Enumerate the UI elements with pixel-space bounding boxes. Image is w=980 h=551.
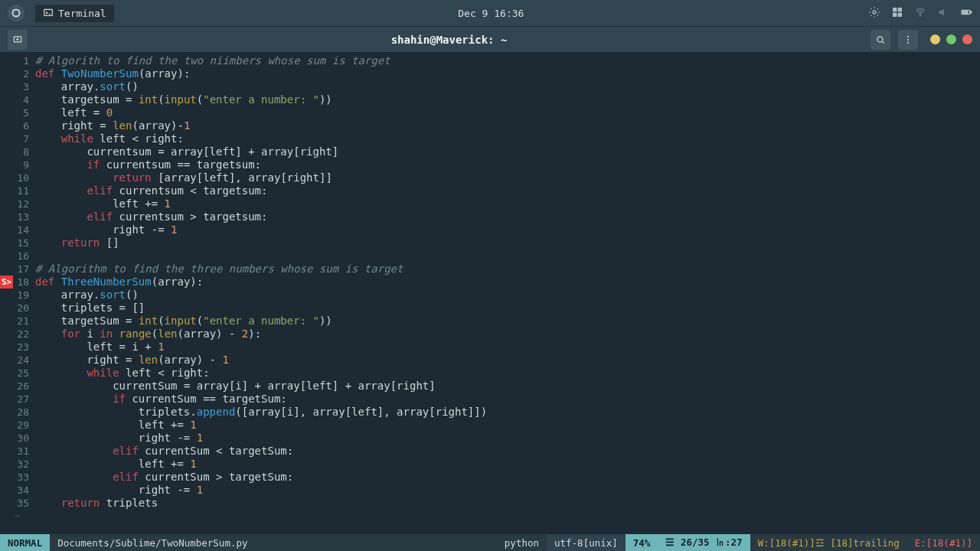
code-line[interactable]: 13 elif currentsum > targetsum: — [0, 210, 980, 223]
code-line[interactable]: 9 if currentsum == targetsum: — [0, 158, 980, 171]
clock[interactable]: Dec 9 16:36 — [122, 8, 861, 19]
code-line[interactable]: 2def TwoNumberSum(array): — [0, 67, 980, 80]
code-content[interactable]: if currentsum == targetsum: — [35, 158, 980, 171]
volume-tray-icon[interactable] — [937, 6, 949, 21]
code-line[interactable]: 31 elif currentSum < targetSum: — [0, 445, 980, 458]
code-line[interactable]: 28 triplets.append([array[i], array[left… — [0, 406, 980, 419]
code-line[interactable]: 33 elif currentSum > targetSum: — [0, 471, 980, 484]
code-line[interactable]: 7 while left < right: — [0, 132, 980, 145]
line-number: 26 — [14, 380, 35, 393]
editor-area[interactable]: 1# Algorith to find the two niimbers who… — [0, 52, 980, 534]
search-button[interactable] — [871, 30, 890, 50]
running-app-terminal[interactable]: Terminal — [35, 5, 114, 22]
workspace-tray-icon[interactable] — [891, 6, 903, 21]
activities-button[interactable] — [8, 5, 24, 21]
code-content[interactable]: elif currentSum < targetSum: — [35, 445, 980, 458]
code-content[interactable]: array.sort() — [35, 289, 980, 302]
new-tab-button[interactable] — [8, 30, 28, 50]
line-number: 7 — [14, 132, 35, 145]
code-content[interactable]: right -= 1 — [35, 223, 980, 236]
code-line[interactable]: 15 return [] — [0, 236, 980, 249]
code-line[interactable]: 10 return [array[left], array[right]] — [0, 171, 980, 184]
code-content[interactable]: return [array[left], array[right]] — [35, 171, 980, 184]
code-content[interactable]: right -= 1 — [35, 484, 980, 497]
code-line[interactable]: 11 elif currentsum < targetsum: — [0, 184, 980, 197]
code-content[interactable]: # Algorith to find the two niimbers whos… — [35, 54, 980, 67]
code-content[interactable]: right = len(array)-1 — [35, 119, 980, 132]
code-content[interactable]: while left < right: — [35, 367, 980, 380]
battery-tray-icon[interactable] — [960, 6, 972, 21]
sign-column: S> — [0, 276, 14, 289]
code-line[interactable]: S>18def ThreeNumberSum(array): — [0, 276, 980, 289]
code-line[interactable]: 30 right -= 1 — [0, 432, 980, 445]
code-content[interactable]: currentsum = array[left] + array[right] — [35, 145, 980, 158]
code-line[interactable]: 19 array.sort() — [0, 289, 980, 302]
code-content[interactable]: elif currentsum < targetsum: — [35, 184, 980, 197]
code-line[interactable]: 29 left += 1 — [0, 419, 980, 432]
code-content[interactable]: right -= 1 — [35, 432, 980, 445]
code-content[interactable]: return triplets — [35, 497, 980, 510]
code-line[interactable]: 23 left = i + 1 — [0, 341, 980, 354]
code-content[interactable]: # Algorithm to find the three numbers wh… — [35, 262, 980, 276]
code-line[interactable]: 26 currentSum = array[i] + array[left] +… — [0, 380, 980, 393]
code-content[interactable]: def TwoNumberSum(array): — [35, 67, 980, 80]
code-content[interactable]: right = len(array) - 1 — [35, 354, 980, 367]
svg-rect-5 — [893, 12, 897, 16]
code-content[interactable]: while left < right: — [35, 132, 980, 145]
code-line[interactable]: 22 for i in range(len(array) - 2): — [0, 328, 980, 341]
window-close[interactable] — [962, 34, 972, 44]
code-line[interactable]: 34 right -= 1 — [0, 484, 980, 497]
code-content[interactable]: targetSum = int(input("enter a number: "… — [35, 315, 980, 328]
code-content[interactable]: array.sort() — [35, 80, 980, 93]
svg-point-2 — [873, 11, 876, 14]
window-minimize[interactable] — [930, 34, 940, 44]
code-content[interactable]: elif currentSum > targetSum: — [35, 471, 980, 484]
line-number: 27 — [14, 393, 35, 406]
code-line[interactable]: 1# Algorith to find the two niimbers who… — [0, 54, 980, 67]
svg-rect-10 — [962, 11, 968, 13]
code-content[interactable]: left = i + 1 — [35, 341, 980, 354]
status-file: Documents/Sublime/TwoNumberSum.py — [50, 534, 255, 551]
code-line[interactable]: 3 array.sort() — [0, 80, 980, 93]
code-content[interactable]: for i in range(len(array) - 2): — [35, 328, 980, 341]
code-line[interactable]: 21 targetSum = int(input("enter a number… — [0, 315, 980, 328]
line-number: 15 — [14, 236, 35, 249]
code-line[interactable]: 5 left = 0 — [0, 106, 980, 119]
code-content[interactable]: triplets.append([array[i], array[left], … — [35, 406, 980, 419]
sign-column — [0, 171, 14, 184]
code-line[interactable]: 27 if currentSum == targetSum: — [0, 393, 980, 406]
menu-button[interactable] — [898, 30, 918, 50]
code-line[interactable]: 24 right = len(array) - 1 — [0, 354, 980, 367]
window-maximize[interactable] — [946, 34, 956, 44]
code-line[interactable]: 12 left += 1 — [0, 197, 980, 210]
code-content[interactable]: targetsum = int(input("enter a number: "… — [35, 93, 980, 106]
sign-column — [0, 132, 14, 145]
code-line[interactable]: 4 targetsum = int(input("enter a number:… — [0, 93, 980, 106]
code-line[interactable]: 20 triplets = [] — [0, 302, 980, 315]
line-number: 35 — [14, 497, 35, 510]
settings-tray-icon[interactable] — [868, 6, 880, 21]
sign-column — [0, 484, 14, 497]
code-line[interactable]: 14 right -= 1 — [0, 223, 980, 236]
line-number: 1 — [14, 54, 35, 67]
code-content[interactable]: left += 1 — [35, 197, 980, 210]
code-line[interactable]: 17# Algorithm to find the three numbers … — [0, 262, 980, 276]
code-line[interactable]: 35 return triplets — [0, 497, 980, 510]
code-line[interactable]: 16 — [0, 249, 980, 262]
code-content[interactable]: elif currentsum > targetsum: — [35, 210, 980, 223]
code-content[interactable] — [35, 249, 980, 262]
code-line[interactable]: 8 currentsum = array[left] + array[right… — [0, 145, 980, 158]
code-content[interactable]: left += 1 — [35, 458, 980, 471]
wifi-tray-icon[interactable] — [914, 6, 926, 21]
code-line[interactable]: 25 while left < right: — [0, 367, 980, 380]
code-content[interactable]: triplets = [] — [35, 302, 980, 315]
code-line[interactable]: 6 right = len(array)-1 — [0, 119, 980, 132]
code-line[interactable]: 32 left += 1 — [0, 458, 980, 471]
line-number: 19 — [14, 289, 35, 302]
code-content[interactable]: if currentSum == targetSum: — [35, 393, 980, 406]
code-content[interactable]: left += 1 — [35, 419, 980, 432]
code-content[interactable]: return [] — [35, 236, 980, 249]
code-content[interactable]: currentSum = array[i] + array[left] + ar… — [35, 380, 980, 393]
code-content[interactable]: def ThreeNumberSum(array): — [35, 276, 980, 289]
code-content[interactable]: left = 0 — [35, 106, 980, 119]
